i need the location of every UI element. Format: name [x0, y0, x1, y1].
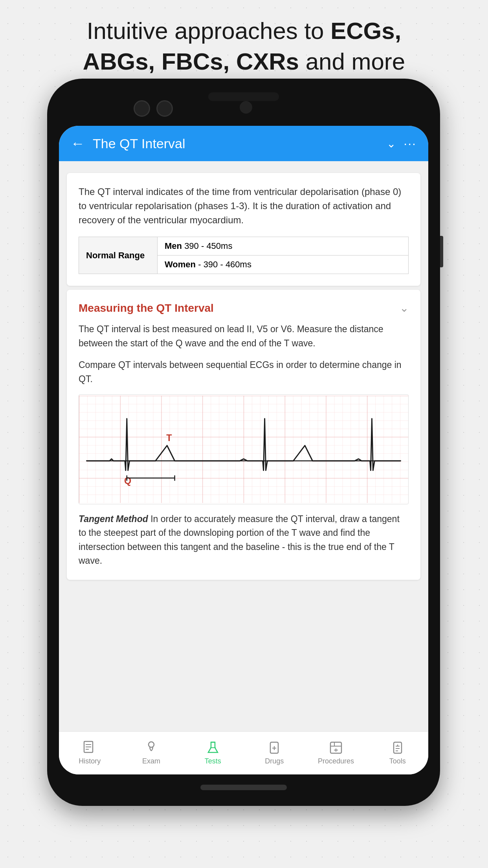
- section-para2: Compare QT intervals between sequential …: [79, 358, 409, 386]
- svg-rect-23: [394, 742, 402, 753]
- phone-frame: ← The QT Interval ⌄ ··· The QT interval …: [47, 79, 440, 806]
- phone-dot: [240, 101, 252, 114]
- app-content[interactable]: The QT interval indicates of the time fr…: [59, 161, 428, 731]
- chevron-icon[interactable]: ⌄: [387, 137, 396, 150]
- section-para1: The QT interval is best measured on lead…: [79, 322, 409, 350]
- app-header: ← The QT Interval ⌄ ···: [59, 126, 428, 161]
- svg-rect-1: [79, 395, 408, 503]
- top-heading-bold1: ECGs,: [330, 18, 401, 44]
- phone-camera-left: [134, 100, 150, 117]
- normal-range-label: Normal Range: [79, 237, 158, 274]
- svg-point-12: [149, 742, 154, 747]
- intro-text: The QT interval indicates of the time fr…: [79, 185, 409, 227]
- svg-text:T: T: [166, 432, 172, 443]
- more-options-button[interactable]: ···: [404, 136, 416, 151]
- measuring-section: Measuring the QT Interval ⌄ The QT inter…: [67, 290, 420, 580]
- nav-label-exam: Exam: [142, 757, 160, 765]
- procedures-icon: [329, 741, 343, 755]
- nav-label-drugs: Drugs: [265, 757, 284, 765]
- nav-label-procedures: Procedures: [318, 757, 354, 765]
- nav-item-history[interactable]: History: [59, 741, 121, 765]
- tests-icon: [206, 741, 220, 755]
- top-heading-line1: Intuitive approaches to: [87, 18, 324, 44]
- nav-item-procedures[interactable]: Procedures: [305, 741, 367, 765]
- nav-item-tests[interactable]: Tests: [182, 741, 244, 765]
- back-button[interactable]: ←: [71, 135, 85, 152]
- phone-speaker: [208, 92, 279, 101]
- women-range: Women - 390 - 460ms: [158, 256, 409, 274]
- normal-range-table: Normal Range Men 390 - 450ms Women - 390…: [79, 237, 409, 274]
- tools-icon: [391, 741, 405, 755]
- section-collapse-icon[interactable]: ⌄: [400, 302, 409, 314]
- intro-card: The QT interval indicates of the time fr…: [67, 173, 420, 286]
- nav-label-tools: Tools: [389, 757, 406, 765]
- top-heading-end: and more: [306, 48, 405, 75]
- bottom-nav: History Exam Tests: [59, 731, 428, 774]
- top-heading-bold2: ABGs, FBCs, CXRs: [83, 48, 299, 75]
- phone-side-button: [440, 236, 443, 267]
- drugs-icon: [267, 741, 281, 755]
- screen-title: The QT Interval: [93, 136, 379, 151]
- ecg-chart: Q T: [79, 394, 409, 504]
- nav-item-tools[interactable]: Tools: [367, 741, 428, 765]
- nav-label-history: History: [79, 757, 101, 765]
- svg-text:Q: Q: [124, 475, 131, 485]
- phone-camera-right: [156, 100, 173, 117]
- section-title: Measuring the QT Interval: [79, 302, 214, 314]
- phone-bottom-bar: [200, 785, 287, 790]
- tangent-method-text: Tangent Method In order to accurately me…: [79, 512, 409, 568]
- tangent-bold-label: Tangent Method: [79, 514, 148, 524]
- phone-screen: ← The QT Interval ⌄ ··· The QT interval …: [59, 126, 428, 774]
- history-icon: [83, 741, 97, 755]
- nav-label-tests: Tests: [205, 757, 221, 765]
- section-header: Measuring the QT Interval ⌄: [79, 302, 409, 314]
- nav-item-exam[interactable]: Exam: [121, 741, 182, 765]
- exam-icon: [144, 741, 158, 755]
- nav-item-drugs[interactable]: Drugs: [244, 741, 305, 765]
- men-range: Men 390 - 450ms: [158, 237, 409, 256]
